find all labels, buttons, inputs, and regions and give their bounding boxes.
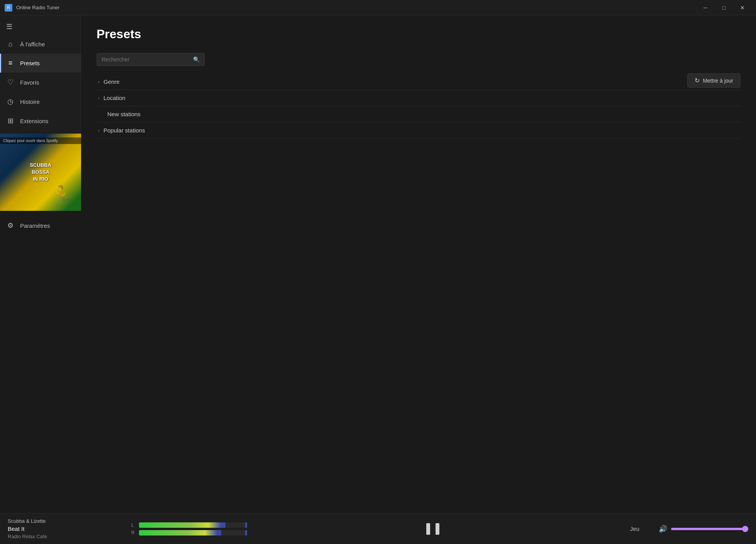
vu-row-left: L <box>131 522 247 528</box>
sidebar-with-album: ☰ ⌂ À l'affiche ≡ Presets ♡ Favoris ◷ Hi… <box>0 15 81 513</box>
volume-slider[interactable] <box>671 528 748 530</box>
filter-list: › Genre › Location New stations › Popula… <box>97 74 741 139</box>
filter-location-label: Location <box>103 95 125 101</box>
sidebar-label-histoire: Histoire <box>20 98 40 105</box>
sidebar-item-favoris[interactable]: ♡ Favoris <box>0 73 81 92</box>
pause-bar-left <box>426 523 430 535</box>
pause-button[interactable] <box>425 523 441 535</box>
titlebar-left: R Online Radio Tuner <box>5 4 59 12</box>
hamburger-button[interactable]: ☰ <box>0 19 81 35</box>
vu-peak-left <box>245 522 247 528</box>
sidebar-label-presets: Presets <box>20 60 40 66</box>
chevron-popular-icon: › <box>98 128 100 133</box>
album-title: SCUBBA BOSSA IN RIO <box>30 162 51 183</box>
favorites-icon: ♡ <box>6 78 15 86</box>
vu-label-L: L <box>131 522 136 528</box>
main-content: Presets ↻ Mettre à jour 🔍 › Genre <box>81 15 756 513</box>
update-button[interactable]: ↻ Mettre à jour <box>687 73 741 88</box>
chevron-location-icon: › <box>98 95 100 101</box>
player-song: Beat It <box>8 525 124 532</box>
search-container: 🔍 <box>97 53 205 66</box>
sidebar-item-presets[interactable]: ≡ Presets <box>0 54 81 73</box>
silhouette-icon: 🏃 <box>49 185 73 207</box>
volume-knob[interactable] <box>742 526 748 532</box>
hamburger-icon: ☰ <box>6 22 12 31</box>
volume-area: 🔊 <box>659 525 748 533</box>
filter-genre-label: Genre <box>103 78 120 85</box>
app-body: ☰ ⌂ À l'affiche ≡ Presets ♡ Favoris ◷ Hi… <box>0 15 756 513</box>
filter-genre[interactable]: › Genre <box>97 74 741 90</box>
sidebar-bottom: ⚙ Paramètres <box>0 211 81 240</box>
window-controls: ─ □ ✕ <box>697 2 751 14</box>
sidebar-label-extensions: Extensions <box>20 118 48 124</box>
vu-bar-right <box>139 530 221 536</box>
album-art-banner: Cliquez pour ouvrir dans Spotify <box>0 137 81 144</box>
vu-label-R: R <box>131 530 136 536</box>
game-tag: Jeu <box>619 525 651 532</box>
app-icon-letter: R <box>7 5 10 10</box>
vu-bar-container-left <box>139 522 247 528</box>
maximize-button[interactable]: □ <box>715 2 733 14</box>
player-info: Scubba & Lizette Beat It Radio Relax Caf… <box>8 518 124 539</box>
vu-peak-right <box>245 530 247 536</box>
home-icon: ⌂ <box>6 40 15 48</box>
album-area[interactable]: Cliquez pour ouvrir dans Spotify SCUBBA … <box>0 134 81 211</box>
album-title-line2: BOSSA <box>32 169 49 175</box>
filter-new-stations-label: New stations <box>107 111 141 117</box>
volume-icon: 🔊 <box>659 525 667 533</box>
chevron-genre-icon: › <box>98 79 100 85</box>
sidebar-nav: ⌂ À l'affiche ≡ Presets ♡ Favoris ◷ Hist… <box>0 35 81 130</box>
vu-bar-container-right <box>139 530 247 536</box>
filter-popular-stations[interactable]: › Popular stations <box>97 122 741 139</box>
sidebar: ☰ ⌂ À l'affiche ≡ Presets ♡ Favoris ◷ Hi… <box>0 15 81 134</box>
album-title-line3: IN RIO <box>33 176 48 182</box>
album-art: Cliquez pour ouvrir dans Spotify SCUBBA … <box>0 134 81 211</box>
update-label: Mettre à jour <box>703 78 733 84</box>
settings-item[interactable]: ⚙ Paramètres <box>0 216 81 235</box>
history-icon: ◷ <box>6 97 15 106</box>
extensions-icon: ⊞ <box>6 117 15 125</box>
pause-bar-right <box>436 523 439 535</box>
vu-meters: L R <box>131 522 247 536</box>
player-bar: Scubba & Lizette Beat It Radio Relax Caf… <box>0 513 756 544</box>
search-input[interactable] <box>102 56 190 63</box>
app-icon: R <box>5 4 12 12</box>
refresh-icon: ↻ <box>695 77 700 84</box>
sidebar-item-affiche[interactable]: ⌂ À l'affiche <box>0 35 81 54</box>
settings-label: Paramètres <box>20 222 50 229</box>
settings-icon: ⚙ <box>6 221 15 230</box>
vu-row-right: R <box>131 530 247 536</box>
filter-popular-label: Popular stations <box>103 127 145 134</box>
titlebar: R Online Radio Tuner ─ □ ✕ <box>0 0 756 15</box>
page-title: Presets <box>97 27 741 41</box>
player-station: Scubba & Lizette <box>8 518 124 524</box>
content-area: 🔍 › Genre › Location New stations <box>81 49 756 513</box>
filter-location[interactable]: › Location <box>97 90 741 106</box>
app-title: Online Radio Tuner <box>16 5 59 10</box>
game-label: Jeu <box>630 525 639 532</box>
sidebar-item-histoire[interactable]: ◷ Histoire <box>0 92 81 111</box>
sidebar-label-favoris: Favoris <box>20 79 39 86</box>
player-extra: Radio Relax Cafe <box>8 534 124 539</box>
player-controls <box>255 523 611 535</box>
close-button[interactable]: ✕ <box>734 2 751 14</box>
minimize-button[interactable]: ─ <box>697 2 714 14</box>
filter-new-stations[interactable]: New stations <box>97 106 741 122</box>
volume-fill <box>671 528 744 530</box>
search-icon: 🔍 <box>193 56 200 63</box>
presets-icon: ≡ <box>6 59 15 67</box>
sidebar-label-affiche: À l'affiche <box>20 41 45 47</box>
sidebar-item-extensions[interactable]: ⊞ Extensions <box>0 111 81 130</box>
vu-bar-left <box>139 522 225 528</box>
album-title-line1: SCUBBA <box>30 162 51 168</box>
content-header: Presets <box>81 15 756 49</box>
